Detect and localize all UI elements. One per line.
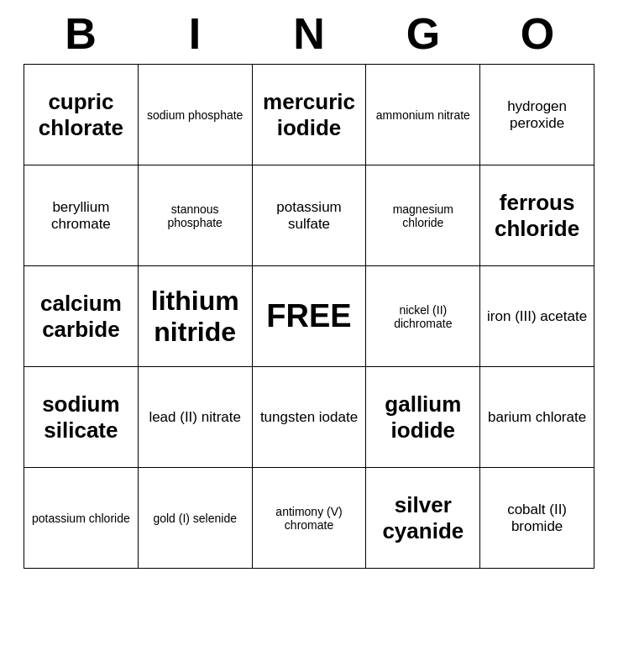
- cell-r2-c4: iron (III) acetate: [480, 266, 594, 367]
- bingo-grid: cupric chloratesodium phosphatemercuric …: [24, 64, 594, 569]
- cell-r0-c0: cupric chlorate: [24, 65, 139, 165]
- cell-r4-c3: silver cyanide: [366, 468, 480, 569]
- cell-r1-c3: magnesium chloride: [366, 165, 480, 266]
- cell-r0-c2: mercuric iodide: [252, 65, 366, 165]
- cell-r2-c2: FREE: [252, 266, 366, 367]
- cell-r4-c0: potassium chloride: [24, 468, 139, 569]
- cell-r3-c3: gallium iodide: [366, 367, 480, 468]
- cell-r1-c1: stannous phosphate: [138, 165, 252, 266]
- cell-r4-c2: antimony (V) chromate: [252, 468, 366, 569]
- cell-r2-c1: lithium nitride: [138, 266, 252, 367]
- cell-r3-c0: sodium silicate: [24, 367, 139, 468]
- cell-r1-c4: ferrous chloride: [480, 165, 594, 266]
- cell-r3-c2: tungsten iodate: [252, 367, 366, 468]
- cell-r2-c0: calcium carbide: [24, 266, 139, 367]
- header-letter-i: I: [138, 8, 252, 59]
- cell-r1-c2: potassium sulfate: [252, 165, 366, 266]
- cell-r2-c3: nickel (II) dichromate: [366, 266, 480, 367]
- header-letter-g: G: [366, 8, 480, 59]
- cell-r0-c3: ammonium nitrate: [366, 65, 480, 165]
- header-letter-n: N: [252, 8, 366, 59]
- cell-r4-c1: gold (I) selenide: [138, 468, 252, 569]
- cell-r3-c4: barium chlorate: [480, 367, 594, 468]
- cell-r1-c0: beryllium chromate: [24, 165, 139, 266]
- header-letter-o: O: [480, 8, 594, 59]
- cell-r0-c4: hydrogen peroxide: [480, 65, 594, 165]
- header-letter-b: B: [24, 8, 138, 59]
- cell-r0-c1: sodium phosphate: [138, 65, 252, 165]
- cell-r4-c4: cobalt (II) bromide: [480, 468, 594, 569]
- bingo-header: BINGO: [24, 0, 594, 64]
- cell-r3-c1: lead (II) nitrate: [138, 367, 252, 468]
